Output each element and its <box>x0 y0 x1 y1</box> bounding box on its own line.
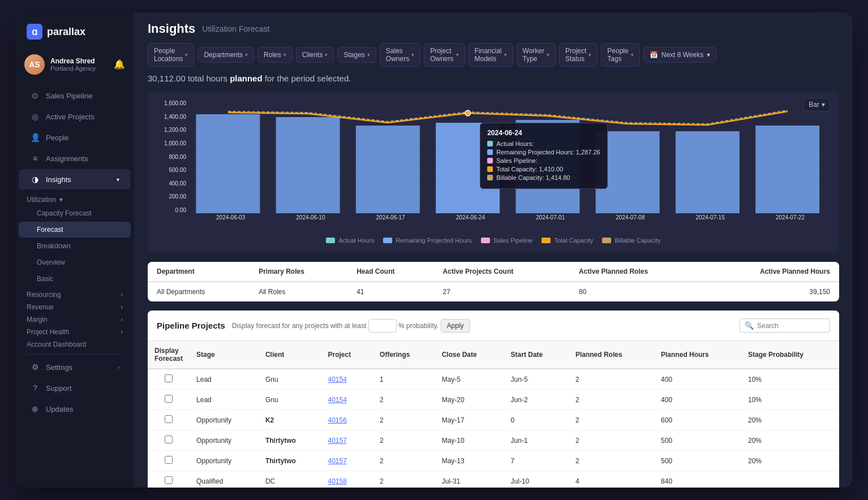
sidebar-sub-basic[interactable]: Basic <box>19 271 131 287</box>
resourcing-header[interactable]: Resourcing › <box>15 287 134 300</box>
col-project[interactable]: Project <box>321 341 373 369</box>
filter-sales-owners[interactable]: SalesOwners ▾ <box>380 43 420 67</box>
sidebar-sub-capacity-forecast[interactable]: Capacity Forecast <box>19 205 131 221</box>
search-input[interactable] <box>757 322 825 330</box>
col-active-planned-roles[interactable]: Active Planned Roles <box>570 262 703 282</box>
checkbox-cell-4[interactable] <box>148 430 190 451</box>
summary-hours: 30,112.00 <box>148 74 186 83</box>
sidebar-item-sales-pipeline[interactable]: ⊙ Sales Pipeline <box>19 85 131 106</box>
filter-project-status[interactable]: ProjectStatus ▾ <box>559 43 598 67</box>
chart-tooltip: 2024-06-24 Actual Hours: Remaining Proje… <box>480 123 607 189</box>
project-health-label: Project Health <box>27 328 69 336</box>
row-5-offerings: 2 <box>373 451 435 471</box>
sidebar-sub-overview[interactable]: Overview <box>19 255 131 270</box>
row-4-checkbox[interactable] <box>165 436 173 443</box>
row-6-checkbox[interactable] <box>165 476 173 484</box>
filter-worker-type[interactable]: WorkerType ▾ <box>517 43 556 67</box>
col-client[interactable]: Client <box>259 341 321 369</box>
legend-total-capacity-label: Total Capacity <box>554 237 593 244</box>
sidebar-item-assignments[interactable]: ≡ Assignments <box>19 148 131 169</box>
avatar: AS <box>24 54 45 75</box>
sidebar-sub-breakdown[interactable]: Breakdown <box>19 238 131 254</box>
row-6-project[interactable]: 40158 <box>321 471 373 488</box>
tooltip-row-total-capacity: Total Capacity: 1,410.00 <box>487 166 600 173</box>
utilization-label: Utilization <box>27 196 56 204</box>
row-2-offerings: 2 <box>373 390 435 410</box>
date-range-filter[interactable]: 📅 Next 8 Weeks ▾ <box>643 47 716 63</box>
row-5-project[interactable]: 40157 <box>321 451 373 471</box>
filter-project-owners[interactable]: ProjectOwners ▾ <box>424 43 465 67</box>
actual-hours-label: Actual Hours: <box>496 140 534 147</box>
support-label: Support <box>46 384 72 393</box>
sidebar-item-updates[interactable]: ⊕ Updates <box>19 399 131 419</box>
x-label-0617: 2024-06-17 <box>376 214 405 230</box>
sidebar-sub-forecast[interactable]: Forecast <box>19 222 131 238</box>
col-stage[interactable]: Stage <box>190 341 259 369</box>
filter-financial-models[interactable]: FinancialModels ▾ <box>469 43 513 67</box>
col-close-date[interactable]: Close Date <box>435 341 504 369</box>
support-icon: ? <box>30 383 40 393</box>
updates-label: Updates <box>46 405 73 413</box>
sidebar-item-active-projects[interactable]: ◎ Active Projects <box>19 106 131 127</box>
svg-rect-15 <box>755 126 819 213</box>
row-5-checkbox[interactable] <box>165 456 173 464</box>
project-health-header[interactable]: Project Health › <box>15 325 134 337</box>
row-5-probability: 20% <box>741 451 839 471</box>
user-name: Andrea Shred <box>50 57 108 65</box>
col-stage-probability[interactable]: Stage Probability <box>741 341 839 369</box>
row-3-checkbox[interactable] <box>165 415 173 423</box>
sidebar-label-insights: Insights <box>46 175 71 184</box>
page-title: Insights <box>148 21 195 36</box>
sidebar-item-insights[interactable]: ◑ Insights ▾ <box>19 169 131 189</box>
row-1-project[interactable]: 40154 <box>321 369 373 390</box>
row-3-project[interactable]: 40156 <box>321 410 373 430</box>
col-planned-hours[interactable]: Planned Hours <box>654 341 741 369</box>
logo-icon: ɑ <box>27 24 42 40</box>
filter-roles[interactable]: Roles ▾ <box>257 47 293 63</box>
sidebar-item-people[interactable]: 👤 People <box>19 127 131 148</box>
row-1-checkbox[interactable] <box>165 374 173 382</box>
notification-icon[interactable]: 🔔 <box>114 59 125 70</box>
filter-people-tags[interactable]: PeopleTags ▾ <box>601 43 639 67</box>
col-offerings[interactable]: Offerings <box>373 341 435 369</box>
col-active-planned-hours[interactable]: Active Planned Hours <box>704 262 840 282</box>
sidebar-item-support[interactable]: ? Support <box>19 378 131 398</box>
filter-clients[interactable]: Clients ▾ <box>296 47 334 63</box>
row-2-project[interactable]: 40154 <box>321 390 373 410</box>
sidebar-item-settings[interactable]: ⚙ Settings › <box>19 357 131 377</box>
row-4-project[interactable]: 40157 <box>321 430 373 451</box>
people-locations-arrow: ▾ <box>185 52 188 58</box>
actual-hours-dot <box>487 141 493 146</box>
row-3-stage: Opportunity <box>190 410 259 430</box>
user-info[interactable]: AS Andrea Shred Portland Agency 🔔 <box>15 49 134 80</box>
checkbox-cell-6[interactable] <box>148 471 190 488</box>
filter-departments[interactable]: Departments ▾ <box>197 47 254 63</box>
row-1-start: Jun-5 <box>504 369 569 390</box>
col-primary-roles[interactable]: Primary Roles <box>250 262 347 282</box>
apply-button[interactable]: Apply <box>441 319 470 333</box>
checkbox-cell-2[interactable] <box>148 390 190 410</box>
filter-people-locations[interactable]: PeopleLocations ▾ <box>148 43 194 67</box>
col-active-projects-count[interactable]: Active Projects Count <box>434 262 570 282</box>
col-start-date[interactable]: Start Date <box>504 341 569 369</box>
utilization-header[interactable]: Utilization ▾ <box>15 192 134 205</box>
cell-primary-roles: All Roles <box>250 282 347 301</box>
filter-stages[interactable]: Stages ▾ <box>337 47 376 63</box>
checkbox-cell-1[interactable] <box>148 369 190 390</box>
checkbox-cell-5[interactable] <box>148 451 190 471</box>
checkbox-cell-3[interactable] <box>148 410 190 430</box>
margin-header[interactable]: Margin › <box>15 312 134 325</box>
filter-bar: PeopleLocations ▾ Departments ▾ Roles ▾ … <box>134 43 853 74</box>
col-head-count[interactable]: Head Count <box>347 262 433 282</box>
account-dashboard-header[interactable]: Account Dashboard <box>15 337 134 350</box>
chart-x-labels: 2024-06-03 2024-06-10 2024-06-17 2024-06… <box>191 214 830 230</box>
probability-input[interactable] <box>368 319 397 333</box>
sidebar: ɑ parallax AS Andrea Shred Portland Agen… <box>15 12 134 488</box>
pipeline-desc-suffix: % probability. <box>398 322 439 330</box>
revenue-header[interactable]: Revenue › <box>15 300 134 312</box>
col-department[interactable]: Department <box>148 262 250 282</box>
row-2-checkbox[interactable] <box>165 395 173 403</box>
row-6-planned-roles: 4 <box>569 471 654 488</box>
col-planned-roles[interactable]: Planned Roles <box>569 341 654 369</box>
col-display-forecast[interactable]: DisplayForecast <box>148 341 190 369</box>
